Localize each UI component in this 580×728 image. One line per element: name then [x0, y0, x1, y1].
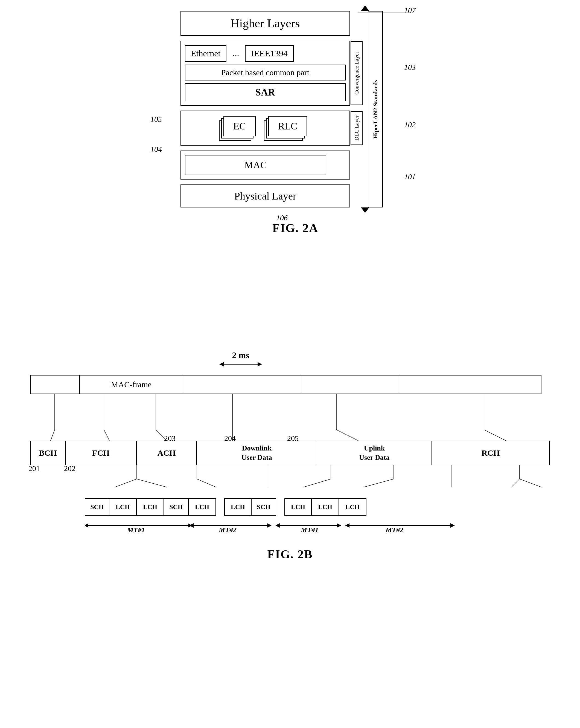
ethernet-box: Ethernet: [185, 45, 226, 62]
mac-box: MAC: [185, 155, 326, 175]
ref-203: 203: [164, 434, 175, 443]
ref-103: 103: [404, 63, 416, 72]
mac-section: MAC: [181, 151, 350, 180]
sub-channel-row: SCH LCH LCH SCH LCH LCH SCH LCH LCH LCH: [85, 498, 366, 516]
sar-box: SAR: [185, 83, 346, 101]
svg-line-15: [336, 430, 358, 441]
svg-text:MT#2: MT#2: [219, 526, 237, 534]
lch-5: LCH: [284, 498, 312, 516]
rch-box: RCH: [432, 441, 550, 465]
svg-line-26: [304, 479, 331, 487]
lch-7: LCH: [339, 498, 366, 516]
svg-line-20: [137, 479, 167, 487]
sch-3: SCH: [252, 498, 276, 516]
higher-layers-label: Higher Layers: [231, 17, 300, 30]
sch-2: SCH: [164, 498, 189, 516]
uplink-box: Uplink User Data: [317, 441, 432, 465]
svg-line-32: [512, 479, 520, 487]
mt-arrows: MT#1 MT#2 MT#1 MT#2: [85, 520, 468, 539]
arrow-down-icon: [361, 205, 369, 213]
ref-104: 104: [150, 145, 162, 154]
ref-106: 106: [276, 213, 288, 222]
hiperlan-label: HiperLAN2 Standards: [368, 11, 383, 207]
svg-line-28: [364, 479, 394, 487]
ref-107-line: [358, 9, 413, 17]
svg-line-19: [115, 479, 137, 487]
ec-box: EC: [223, 116, 256, 136]
svg-line-22: [197, 479, 216, 487]
ref-204: 204: [224, 434, 236, 443]
svg-text:MT#2: MT#2: [385, 526, 403, 534]
ref-101: 101: [404, 173, 416, 181]
ref-102: 102: [404, 121, 416, 129]
fig2a-diagram: Higher Layers Ethernet ... IEEE1394: [44, 11, 530, 235]
convergence-layer-label: Convergence Layer: [351, 41, 363, 105]
lch-6: LCH: [312, 498, 339, 516]
svg-marker-1: [361, 207, 369, 213]
svg-line-17: [484, 430, 506, 441]
channel-row: BCH FCH ACH Downlink User Data Uplink Us…: [30, 441, 550, 465]
rlc-box: RLC: [268, 116, 307, 136]
svg-line-7: [51, 430, 55, 441]
lch-4: LCH: [224, 498, 252, 516]
ieee-box: IEEE1394: [245, 45, 294, 62]
ref-105: 105: [150, 115, 162, 124]
lch-3: LCH: [189, 498, 216, 516]
fig2b-caption: FIG. 2B: [0, 547, 580, 561]
ms-label: 2 ms: [219, 350, 263, 368]
svg-text:MT#1: MT#1: [127, 526, 145, 534]
fch-box: FCH: [66, 441, 137, 465]
physical-layer-box: Physical Layer: [181, 184, 350, 207]
dlc-layer-label: DLC Layer: [351, 111, 363, 145]
lch-1: LCH: [109, 498, 137, 516]
dots-label: ...: [229, 45, 242, 62]
fig2a-caption: FIG. 2A: [181, 221, 410, 235]
svg-line-9: [104, 430, 109, 441]
ms-arrow-icon: [219, 360, 263, 368]
bch-box: BCH: [30, 441, 66, 465]
ref-205: 205: [287, 434, 299, 443]
downlink-box: Downlink User Data: [197, 441, 317, 465]
lch-2: LCH: [137, 498, 164, 516]
svg-text:MT#1: MT#1: [301, 526, 319, 534]
ach-box: ACH: [137, 441, 197, 465]
svg-line-33: [520, 479, 542, 487]
sch-1: SCH: [85, 498, 109, 516]
sub-connector-lines: [30, 465, 550, 498]
packet-box: Packet based common part: [185, 64, 346, 80]
